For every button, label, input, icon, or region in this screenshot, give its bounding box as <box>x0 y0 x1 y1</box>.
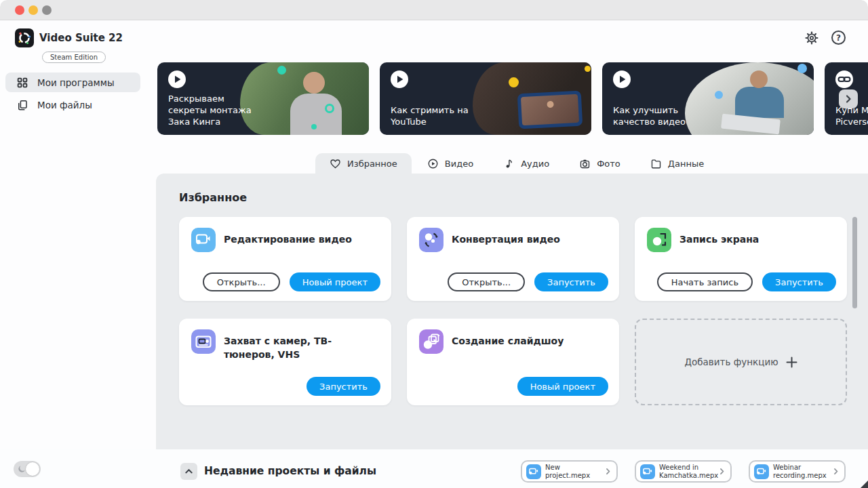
category-tabs: Избранное Видео Аудио Фото <box>315 153 718 174</box>
chevron-right-icon <box>604 468 612 475</box>
banner-phone <box>517 91 583 129</box>
files-icon <box>16 99 28 111</box>
video-converter-icon <box>419 228 443 252</box>
accent-dot <box>585 66 591 72</box>
recent-project-chip[interactable]: Weekend in Kamchatka.mepx <box>635 460 732 483</box>
play-icon <box>168 70 186 88</box>
new-project-button[interactable]: Новый проект <box>517 377 608 396</box>
banner-person <box>735 87 784 118</box>
recent-project-name: Weekend in Kamchatka.mepx <box>659 464 718 480</box>
window-resize-grip[interactable] <box>861 481 868 488</box>
carousel-next-button[interactable] <box>839 89 858 108</box>
sidebar-item-my-programs[interactable]: Мои программы <box>5 73 140 92</box>
fullscreen-window-button[interactable] <box>42 5 52 15</box>
folder-icon <box>650 158 662 169</box>
banner-title: Как стримить на YouTube <box>391 104 469 127</box>
accent-dot <box>277 66 286 75</box>
tab-label: Аудио <box>521 159 549 169</box>
camera-icon <box>579 158 591 169</box>
video-capture-icon <box>191 329 216 354</box>
add-feature-label: Добавить функцию <box>684 357 778 367</box>
video-editor-icon <box>640 464 655 479</box>
sidebar-item-my-files[interactable]: Мои файлы <box>5 95 140 115</box>
accent-dot <box>509 77 519 87</box>
link-icon <box>835 70 853 88</box>
launch-button[interactable]: Запустить <box>534 272 608 291</box>
recent-project-chip[interactable]: New project.mepx <box>521 460 618 483</box>
theme-toggle[interactable] <box>14 461 41 477</box>
feature-title: Запись экрана <box>679 232 837 246</box>
start-recording-button[interactable]: Начать запись <box>657 272 753 291</box>
add-feature-tile[interactable]: Добавить функцию <box>635 319 847 405</box>
tab-label: Данные <box>668 159 704 169</box>
banner-video-quality[interactable]: Как улучшить качество видео <box>602 62 814 135</box>
app-window: Video Suite 22 Steam Edition ? <box>0 0 868 488</box>
help-icon[interactable]: ? <box>831 30 846 45</box>
expand-recent-button[interactable] <box>180 463 197 480</box>
play-icon <box>613 70 631 88</box>
play-circle-icon <box>427 158 439 169</box>
recent-project-name: New project.mepx <box>545 464 604 480</box>
vertical-scrollbar[interactable] <box>852 217 857 308</box>
tab-audio[interactable]: Аудио <box>489 153 564 174</box>
music-note-icon <box>503 158 515 169</box>
screen-recorder-icon <box>647 228 671 252</box>
tab-photo[interactable]: Фото <box>565 153 635 174</box>
feature-card-screen-recorder: Запись экрана Начать запись Запустить <box>635 217 847 301</box>
heart-icon <box>330 158 341 169</box>
tab-data[interactable]: Данные <box>636 153 718 174</box>
favorites-panel: Избранное Редактирование видео Открыть..… <box>156 174 868 449</box>
feature-title: Редактирование видео <box>224 232 381 246</box>
recent-projects-bar: Недавние проекты и файлы New project.mep… <box>0 449 868 488</box>
accent-ring <box>325 104 334 113</box>
sidebar-item-label: Мои программы <box>37 77 115 88</box>
titlebar <box>0 0 868 20</box>
gear-icon[interactable] <box>804 30 819 45</box>
launch-button[interactable]: Запустить <box>307 377 380 396</box>
app-logo <box>15 28 34 47</box>
sidebar-item-label: Мои файлы <box>37 100 92 110</box>
banner-title: Как улучшить качество видео <box>613 104 686 127</box>
feature-title: Создание слайдшоу <box>452 334 609 348</box>
accent-dot <box>311 124 317 129</box>
tab-label: Фото <box>597 159 620 169</box>
feature-title: Конвертация видео <box>452 232 609 246</box>
slideshow-icon <box>419 329 443 354</box>
open-project-button[interactable]: Открыть... <box>203 272 280 291</box>
feature-card-video-capture: Захват с камер, ТВ-тюнеров, VHS Запустит… <box>179 319 391 405</box>
recent-project-name: Webinar recording.mepx <box>773 464 832 480</box>
accent-dot <box>797 64 807 73</box>
launch-button[interactable]: Запустить <box>762 272 836 291</box>
banner-zach-king-tutorial[interactable]: Раскрываем секреты монтажа Зака Кинга <box>157 62 369 135</box>
apps-grid-icon <box>16 77 28 89</box>
minimize-window-button[interactable] <box>28 5 38 15</box>
tab-video[interactable]: Видео <box>413 153 488 174</box>
plus-icon <box>786 357 797 368</box>
open-file-button[interactable]: Открыть... <box>448 272 525 291</box>
panel-heading: Избранное <box>179 191 247 204</box>
tab-label: Избранное <box>347 159 397 169</box>
recent-project-chip[interactable]: Webinar recording.mepx <box>749 460 846 483</box>
feature-title: Захват с камер, ТВ-тюнеров, VHS <box>224 334 381 362</box>
toggle-knob <box>26 462 39 476</box>
app-title: Video Suite 22 <box>39 32 123 44</box>
feature-card-video-editor: Редактирование видео Открыть... Новый пр… <box>179 217 391 301</box>
play-icon <box>391 70 408 88</box>
accent-dot <box>715 91 723 99</box>
tab-favorites[interactable]: Избранное <box>315 153 412 174</box>
tab-label: Видео <box>445 159 473 169</box>
moon-icon <box>17 464 26 474</box>
video-editor-icon <box>526 464 541 479</box>
feature-card-video-converter: Конвертация видео Открыть... Запустить <box>407 217 619 301</box>
new-project-button[interactable]: Новый проект <box>290 272 380 291</box>
chevron-right-icon <box>718 468 726 475</box>
recent-heading: Недавние проекты и файлы <box>204 465 376 477</box>
video-editor-icon <box>191 228 216 252</box>
video-editor-icon <box>754 464 769 479</box>
banner-youtube-streaming[interactable]: Как стримить на YouTube <box>380 62 591 135</box>
banner-title: Раскрываем секреты монтажа Зака Кинга <box>168 93 252 127</box>
close-window-button[interactable] <box>15 5 24 15</box>
banner-person <box>290 94 342 135</box>
chevron-up-icon <box>184 467 193 476</box>
feature-card-slideshow: Создание слайдшоу Новый проект <box>407 319 619 405</box>
